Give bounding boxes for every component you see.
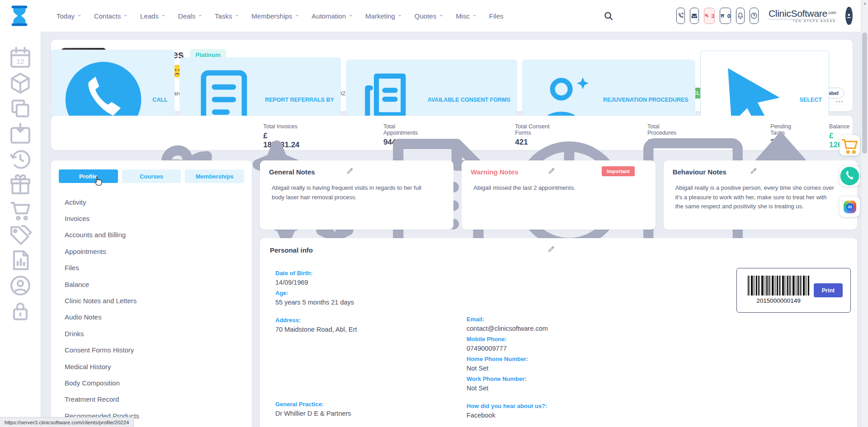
shop-count-badge: 0: [727, 13, 731, 19]
edit-pencil-icon[interactable]: [253, 245, 850, 253]
info-field: Mobile Phone: 07490009777: [467, 336, 548, 356]
profile-tab[interactable]: Courses: [122, 169, 181, 183]
report-icon[interactable]: [0, 248, 41, 273]
action-button-label: REJUVENATION PROCEDURES: [603, 97, 689, 103]
shop-icon: [720, 14, 725, 18]
profile-tab[interactable]: Memberships: [185, 169, 244, 183]
nav-menu-label: Memberships: [251, 12, 292, 20]
info-field-label: Work Phone Number:: [467, 375, 548, 385]
edit-pencil-icon[interactable]: [657, 167, 850, 175]
clinicsoftware-wordmark[interactable]: ClinicSoftware.com TEN STEPS AHEAD: [766, 9, 836, 23]
tags-icon[interactable]: [0, 222, 41, 248]
chevron-down-icon: ⌄: [161, 13, 166, 16]
profile-menu-item[interactable]: Treatment Record: [51, 391, 252, 408]
top-bar: Today⌄ Contacts⌄ Leads⌄ Deals⌄ Tasks⌄ Me…: [0, 0, 868, 32]
action-button-label: AVAILABLE CONSENT FORMS: [428, 97, 510, 103]
inbox-button[interactable]: [690, 8, 699, 24]
client-header-card: Abigail Jones Platinum: [51, 40, 853, 111]
help-icon: [750, 12, 758, 20]
profile-left-panel: Profile Courses Memberships Activity Inv…: [51, 160, 252, 427]
history-icon[interactable]: [0, 146, 41, 172]
nav-menu-item[interactable]: Leads⌄: [140, 12, 166, 20]
notifications-button[interactable]: [736, 8, 745, 24]
profile-menu-item[interactable]: Invoices: [51, 210, 252, 226]
profile-menu-item[interactable]: Body Composition: [51, 375, 252, 391]
scrollbar-thumb[interactable]: [862, 33, 867, 154]
info-field-label: Address:: [275, 317, 357, 326]
edit-pencil-icon[interactable]: [253, 167, 447, 175]
profile-tab[interactable]: Profile: [59, 169, 118, 183]
quick-cart-button[interactable]: [840, 135, 860, 155]
shop-button[interactable]: 0: [720, 8, 731, 24]
profile-menu: Activity Invoices Accounts and Billing A…: [51, 188, 252, 424]
nav-menu-item[interactable]: Memberships⌄: [251, 12, 299, 20]
clinicsoftware-app: Today⌄ Contacts⌄ Leads⌄ Deals⌄ Tasks⌄ Me…: [0, 0, 868, 427]
info-field-value: contact@clinicsoftware.com: [467, 325, 548, 336]
calendar-12-icon[interactable]: 12: [0, 45, 41, 70]
profile-menu-item[interactable]: Files: [51, 260, 252, 276]
profile-menu-item[interactable]: Consent Forms History: [51, 342, 252, 358]
calendar-receive-icon[interactable]: [0, 121, 41, 146]
whatsapp-button[interactable]: [840, 166, 860, 186]
info-field-label: Age:: [275, 290, 357, 299]
nav-menu-label: Today: [57, 12, 75, 20]
nav-menu-item[interactable]: Quotes⌄: [415, 12, 443, 20]
personal-info-left-column: Date of Birth: 14/09/1969 Age: 55 years …: [275, 270, 357, 421]
profile-menu-item[interactable]: Activity: [51, 194, 252, 210]
nav-menu-item[interactable]: Contacts⌄: [94, 12, 128, 20]
profile-menu-item[interactable]: Drinks: [51, 325, 252, 342]
gift-icon[interactable]: [0, 172, 41, 197]
profile-menu-item[interactable]: Appointments: [51, 243, 252, 259]
dialer-button[interactable]: [676, 8, 685, 24]
nav-menu-label: Files: [489, 12, 504, 20]
profile-menu-item[interactable]: Accounts and Billing: [51, 227, 252, 243]
user-avatar-button[interactable]: [845, 7, 853, 25]
info-field-label: Date of Birth:: [275, 270, 357, 279]
stat-label: Balance: [829, 123, 853, 130]
user-privacy-icon[interactable]: [0, 273, 41, 298]
more-options-button[interactable]: ...: [836, 99, 844, 101]
client-barcode-box: 2015000000149 Print: [736, 268, 851, 313]
brand-suffix: .com: [827, 10, 836, 15]
info-field: Work Phone Number: Not Set: [467, 375, 548, 395]
clinicsoftware-hourglass-logo[interactable]: [7, 3, 32, 28]
copy-icon[interactable]: [0, 96, 41, 121]
profile-menu-item[interactable]: Audio Notes: [51, 309, 252, 325]
nav-menu-label: Tasks: [215, 12, 232, 20]
help-button[interactable]: [750, 8, 759, 24]
inbox-icon: [690, 12, 698, 20]
nav-menu-label: Automation: [311, 12, 346, 20]
chevron-down-icon: ⌄: [198, 13, 203, 16]
lock-icon[interactable]: [0, 298, 41, 324]
profile-menu-item[interactable]: Balance: [51, 276, 252, 292]
profile-menu-item[interactable]: Medical History: [51, 358, 252, 375]
chat-notifications-button[interactable]: 3: [704, 8, 715, 24]
user-icon: [845, 12, 853, 19]
nav-menu-item[interactable]: Today⌄: [57, 12, 82, 20]
search-icon[interactable]: [549, 10, 667, 21]
edit-pencil-icon[interactable]: [455, 167, 648, 175]
scrollbar-up-arrow[interactable]: ▲: [861, 1, 868, 5]
cart-icon: [840, 135, 860, 155]
page-scrollbar[interactable]: ▲: [861, 0, 868, 427]
info-field: Date of Birth: 14/09/1969: [275, 270, 357, 290]
ai-assistant-button[interactable]: AI: [840, 197, 860, 217]
nav-menu-item[interactable]: Files: [489, 12, 504, 20]
package-icon[interactable]: [0, 70, 41, 96]
icon-sidebar: 12: [0, 32, 41, 427]
link-preview-url: https://server3.clinicsoftware.com/clien…: [5, 420, 129, 425]
nav-menu-item[interactable]: Marketing⌄: [365, 12, 402, 20]
print-barcode-button[interactable]: Print: [814, 283, 843, 297]
cart-icon[interactable]: [0, 197, 41, 222]
nav-menu-item[interactable]: Automation⌄: [311, 12, 353, 20]
nav-menu-item[interactable]: Deals⌄: [178, 12, 203, 20]
nav-menu-item[interactable]: Tasks⌄: [215, 12, 239, 20]
note-card: Behaviour Notes Abigail really is a posi…: [664, 160, 857, 230]
info-field-value: 14/09/1969: [275, 279, 357, 290]
hourglass-logo-icon: [7, 3, 32, 28]
chevron-down-icon: ⌄: [439, 13, 443, 16]
chevron-down-icon: ⌄: [123, 13, 128, 16]
profile-menu-item[interactable]: Clinic Notes and Letters: [51, 292, 252, 309]
barcode-image: [748, 276, 809, 296]
nav-menu-item[interactable]: Misc⌄: [456, 12, 477, 20]
